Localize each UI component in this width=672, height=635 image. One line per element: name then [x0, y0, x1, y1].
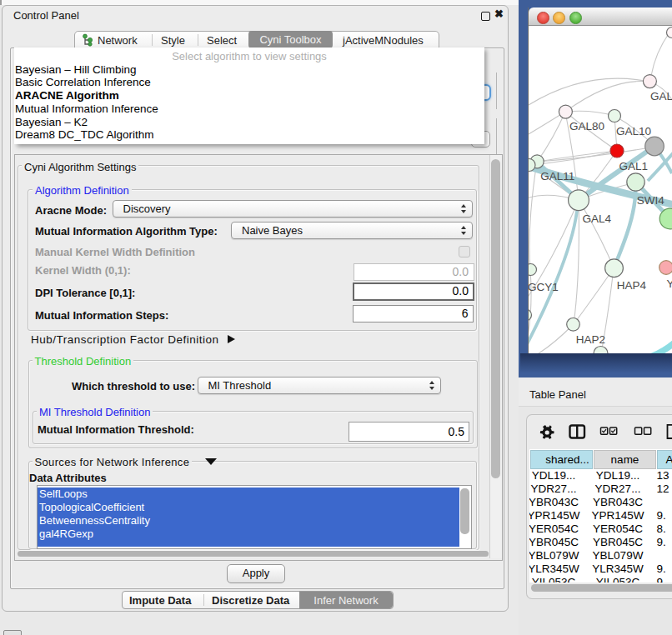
svg-text:GAL80: GAL80	[569, 120, 604, 132]
svg-text:SWI4: SWI4	[637, 194, 664, 207]
svg-text:HAP2: HAP2	[576, 333, 605, 346]
svg-text:GCY1: GCY1	[529, 281, 559, 293]
svg-text:GAL11: GAL11	[540, 170, 574, 182]
svg-text:GAL4: GAL4	[582, 212, 611, 225]
svg-text:HAP4: HAP4	[617, 279, 647, 292]
svg-text:GAL1: GAL1	[619, 160, 648, 172]
svg-text:GAL10: GAL10	[616, 125, 651, 138]
svg-text:YJ: YJ	[667, 278, 672, 290]
svg-text:GAL7: GAL7	[650, 90, 672, 102]
